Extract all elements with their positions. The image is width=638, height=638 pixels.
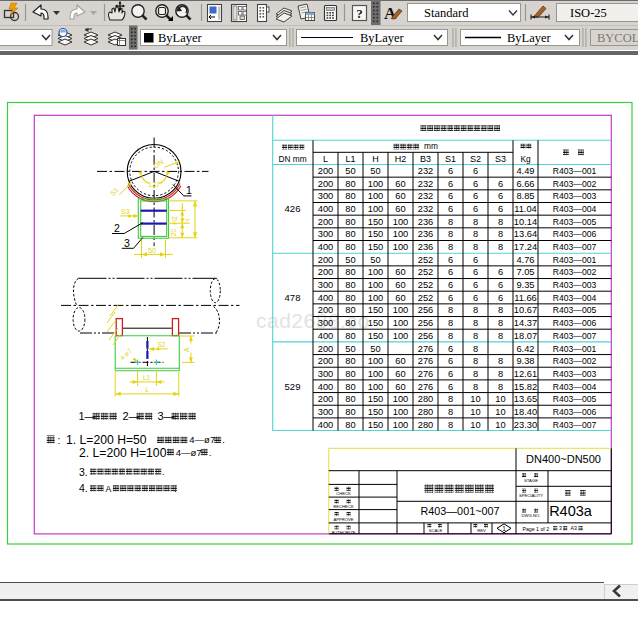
svg-text:6: 6 [448, 255, 453, 265]
svg-text:300: 300 [318, 191, 334, 201]
svg-text:80: 80 [345, 179, 355, 189]
svg-text:.: . [222, 434, 225, 445]
svg-text:6: 6 [473, 204, 478, 214]
svg-text:200: 200 [318, 179, 334, 189]
svg-text:200: 200 [318, 217, 334, 227]
svg-text:232: 232 [418, 191, 434, 201]
svg-text:S1: S1 [109, 186, 120, 197]
svg-text:6: 6 [448, 267, 453, 277]
svg-text:300: 300 [318, 280, 334, 290]
svg-text:150: 150 [368, 394, 384, 404]
svg-text:6: 6 [448, 356, 453, 366]
svg-text:280: 280 [418, 407, 434, 417]
svg-text:100: 100 [393, 229, 409, 239]
svg-text:8: 8 [448, 420, 453, 430]
svg-text:2: 2 [114, 222, 120, 234]
svg-text:ByLayer: ByLayer [507, 31, 552, 45]
svg-text:50: 50 [370, 344, 380, 354]
svg-text:8.85: 8.85 [516, 191, 534, 201]
svg-text:H: H [183, 219, 192, 224]
svg-text:12.61: 12.61 [514, 369, 537, 379]
svg-text:426: 426 [285, 203, 301, 214]
svg-text:REV: REV [477, 528, 486, 533]
svg-text:137°: 137° [148, 180, 163, 189]
svg-text:Standard: Standard [424, 6, 469, 20]
svg-text:80: 80 [345, 267, 355, 277]
svg-text:8: 8 [448, 305, 453, 315]
svg-text:R403—002: R403—002 [553, 356, 597, 366]
svg-text:R403—006: R403—006 [553, 229, 597, 239]
svg-text::: : [58, 435, 61, 446]
svg-text:80: 80 [345, 331, 355, 341]
svg-text:L: L [323, 154, 328, 164]
svg-text:3.: 3. [79, 466, 88, 478]
svg-text:?: ? [356, 6, 363, 21]
svg-text:7.05: 7.05 [516, 267, 534, 277]
svg-text:150: 150 [368, 407, 384, 417]
svg-text:200: 200 [318, 344, 334, 354]
svg-text:280: 280 [418, 394, 434, 404]
svg-text:.: . [174, 484, 177, 494]
svg-text:50: 50 [345, 166, 355, 176]
svg-text:80: 80 [345, 204, 355, 214]
svg-text:6: 6 [448, 382, 453, 392]
svg-text:10: 10 [470, 407, 480, 417]
svg-text:150: 150 [368, 305, 384, 315]
svg-text:6: 6 [473, 280, 478, 290]
svg-text:50: 50 [370, 255, 380, 265]
svg-text:8: 8 [448, 229, 453, 239]
svg-text:.: . [162, 467, 165, 477]
svg-text:CHECK: CHECK [336, 491, 351, 496]
svg-text:100: 100 [393, 394, 409, 404]
svg-text:ByLayer: ByLayer [158, 31, 203, 45]
svg-text:3: 3 [559, 525, 562, 531]
svg-text:1: 1 [502, 525, 506, 532]
svg-text:150: 150 [368, 217, 384, 227]
svg-text:100: 100 [393, 420, 409, 430]
svg-text:4-ø7: 4-ø7 [119, 347, 134, 362]
svg-text:8: 8 [498, 242, 503, 252]
svg-text:6: 6 [448, 344, 453, 354]
svg-text:8: 8 [498, 305, 503, 315]
svg-text:400: 400 [318, 331, 334, 341]
svg-text:60: 60 [395, 293, 405, 303]
svg-text:10.67: 10.67 [514, 305, 537, 315]
svg-text:200: 200 [318, 255, 334, 265]
svg-text:80: 80 [345, 191, 355, 201]
svg-text:S2: S2 [470, 154, 481, 164]
svg-text:236: 236 [418, 217, 434, 227]
svg-text:236: 236 [418, 229, 434, 239]
svg-text:252: 252 [418, 293, 434, 303]
svg-text:100: 100 [393, 318, 409, 328]
svg-text:150: 150 [368, 331, 384, 341]
svg-text:10: 10 [495, 394, 505, 404]
svg-text:8: 8 [498, 318, 503, 328]
svg-text:10.14: 10.14 [514, 217, 537, 227]
svg-text:10: 10 [495, 420, 505, 430]
svg-text:20: 20 [170, 229, 177, 237]
svg-text:80: 80 [345, 293, 355, 303]
svg-text:8: 8 [473, 382, 478, 392]
svg-text:15.82: 15.82 [514, 382, 537, 392]
svg-text:60: 60 [395, 356, 405, 366]
svg-text:80: 80 [345, 229, 355, 239]
svg-text:400: 400 [318, 204, 334, 214]
svg-text:80: 80 [345, 356, 355, 366]
svg-text:A: A [183, 347, 190, 352]
svg-text:6.42: 6.42 [516, 344, 534, 354]
svg-text:252: 252 [418, 255, 434, 265]
svg-text:BYCOLOR: BYCOLOR [597, 31, 638, 45]
svg-text:200: 200 [318, 356, 334, 366]
svg-text:6: 6 [498, 293, 503, 303]
svg-text:4.76: 4.76 [516, 255, 534, 265]
svg-text:R403—005: R403—005 [553, 305, 597, 315]
svg-text:150: 150 [368, 242, 384, 252]
svg-text:8: 8 [448, 394, 453, 404]
svg-text:276: 276 [418, 356, 434, 366]
svg-text:60: 60 [395, 382, 405, 392]
svg-text:252: 252 [418, 267, 434, 277]
svg-text:232: 232 [418, 179, 434, 189]
svg-text:276: 276 [418, 344, 434, 354]
svg-text:236: 236 [418, 242, 434, 252]
svg-text:276: 276 [418, 369, 434, 379]
